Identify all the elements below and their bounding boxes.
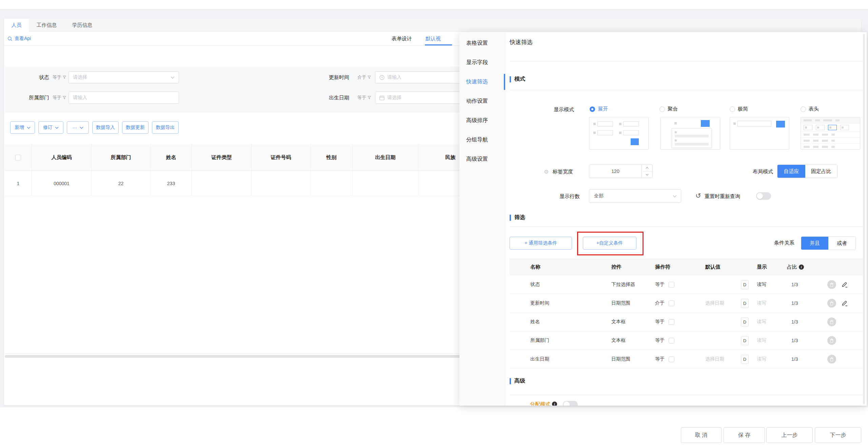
more-actions-button[interactable]: ···: [67, 121, 89, 134]
select-all-cell: [5, 144, 32, 171]
requery-toggle[interactable]: [756, 192, 771, 200]
default-d-button[interactable]: D: [741, 280, 749, 289]
section-advanced: 高级: [510, 377, 525, 385]
display-mode-value[interactable]: 读写: [755, 337, 785, 344]
delete-icon[interactable]: [827, 299, 836, 308]
revise-button[interactable]: 修订: [38, 121, 63, 134]
step-up-button[interactable]: [642, 165, 652, 172]
filter-field-department: 所属部门 等于 请输入: [5, 92, 179, 104]
department-input[interactable]: 请输入: [68, 92, 179, 104]
view-api-label: 查看Api: [15, 36, 31, 42]
filter-operator[interactable]: 等于: [53, 95, 67, 101]
chevron-down-icon: [171, 76, 175, 79]
mode-thumbnail-expand[interactable]: [589, 117, 649, 150]
cell: 233: [151, 171, 192, 196]
label-width-stepper[interactable]: 120: [589, 164, 653, 178]
display-mode-value[interactable]: 读写: [755, 281, 785, 288]
stepper-spinner: [642, 165, 652, 178]
menu-item-advanced-settings[interactable]: 高级设置: [459, 150, 505, 169]
filter-label: 出生日期: [305, 95, 349, 101]
data-export-button[interactable]: 数据导出: [152, 121, 179, 134]
radio-mode-expand[interactable]: 展开: [590, 106, 608, 112]
menu-item-quick-filter[interactable]: 快速筛选: [459, 72, 505, 92]
funnel-icon: [63, 76, 66, 79]
divider: [510, 61, 863, 61]
col-header: 人员编码: [32, 144, 92, 171]
display-mode-label: 显示模式: [554, 106, 574, 113]
chevron-down-icon: [80, 126, 83, 129]
info-icon[interactable]: i: [552, 402, 557, 406]
data-import-button[interactable]: 数据导入: [92, 121, 119, 134]
settings-drawer: 表格设置 显示字段 快速筛选 动作设置 高级排序 分组导航 高级设置 快速筛选 …: [459, 32, 867, 406]
row-count-select[interactable]: 全部: [589, 189, 681, 203]
next-step-button[interactable]: 下一步: [815, 427, 861, 443]
filter-operator[interactable]: 等于: [357, 95, 372, 101]
cell: [192, 171, 252, 196]
default-checkbox[interactable]: [669, 338, 674, 344]
view-api-link[interactable]: 查看Api: [7, 32, 31, 45]
edit-icon[interactable]: [842, 281, 848, 288]
layout-adaptive-option[interactable]: 自适应: [777, 165, 805, 178]
funnel-icon: [63, 96, 66, 99]
display-mode-value[interactable]: 读写: [755, 356, 785, 362]
delete-icon[interactable]: [827, 280, 836, 289]
mode-thumbnail-aggregate[interactable]: [660, 117, 720, 150]
add-custom-condition-button[interactable]: +自定义条件: [583, 237, 636, 250]
col-header: 性别: [311, 144, 353, 171]
col-header: 证件类型: [192, 144, 252, 171]
tab-default-view[interactable]: 默认视: [426, 32, 441, 45]
display-mode-value[interactable]: 读写: [755, 319, 785, 325]
filter-operator[interactable]: 等于: [53, 74, 67, 80]
assign-mode-toggle[interactable]: [563, 401, 578, 406]
status-select[interactable]: 请选择: [68, 71, 179, 83]
funnel-icon: [368, 96, 371, 99]
menu-item-group-nav[interactable]: 分组导航: [459, 130, 505, 150]
edit-icon[interactable]: [842, 300, 848, 306]
cell: 000001: [32, 171, 92, 196]
radio-mode-aggregate[interactable]: 聚合: [659, 106, 678, 112]
delete-icon[interactable]: [827, 355, 836, 364]
add-general-filter-button[interactable]: + 通用筛选条件: [510, 237, 572, 250]
menu-item-action-settings[interactable]: 动作设置: [459, 92, 505, 111]
default-d-button[interactable]: D: [741, 299, 749, 308]
save-button[interactable]: 保 存: [724, 427, 765, 443]
relation-and-option[interactable]: 并且: [801, 237, 828, 250]
info-icon[interactable]: i: [799, 265, 804, 270]
tab-education-info[interactable]: 学历信息: [64, 19, 100, 32]
relation-or-option[interactable]: 或者: [828, 237, 855, 250]
layout-mode-label: 布局模式: [739, 169, 773, 175]
tab-work-info[interactable]: 工作信息: [29, 19, 64, 32]
default-checkbox[interactable]: [669, 282, 674, 288]
default-checkbox[interactable]: [669, 356, 674, 362]
previous-step-button[interactable]: 上一步: [766, 427, 813, 443]
delete-icon[interactable]: [827, 336, 836, 345]
layout-fixed-option[interactable]: 固定占比: [805, 165, 837, 178]
menu-item-advanced-sort[interactable]: 高级排序: [459, 111, 505, 130]
add-button[interactable]: 新增: [10, 121, 35, 134]
default-checkbox[interactable]: [669, 319, 674, 325]
mode-thumbnail-minimal[interactable]: [730, 117, 789, 150]
default-d-button[interactable]: D: [741, 336, 749, 345]
default-d-button[interactable]: D: [741, 355, 749, 364]
col-header: 证件号码: [252, 144, 311, 171]
radio-mode-header[interactable]: 表头: [801, 106, 819, 112]
display-mode-value[interactable]: 读写: [755, 300, 785, 306]
divider: [510, 90, 863, 90]
filter-operator[interactable]: 介于: [357, 74, 372, 80]
select-all-checkbox[interactable]: [15, 155, 21, 160]
delete-icon[interactable]: [827, 317, 836, 326]
step-down-button[interactable]: [642, 172, 652, 178]
drawer-scrollbar[interactable]: [863, 34, 865, 404]
cell: [252, 171, 311, 196]
data-update-button[interactable]: 数据更新: [122, 121, 149, 134]
default-d-button[interactable]: D: [741, 317, 749, 327]
cancel-button[interactable]: 取 消: [681, 427, 722, 443]
radio-mode-minimal[interactable]: 极简: [730, 106, 748, 112]
menu-item-display-fields[interactable]: 显示字段: [459, 53, 505, 72]
mode-thumbnail-header[interactable]: [801, 117, 860, 150]
tab-form-design[interactable]: 表单设计: [392, 32, 412, 45]
menu-item-table-settings[interactable]: 表格设置: [459, 34, 505, 53]
default-checkbox[interactable]: [669, 300, 674, 306]
tab-personnel[interactable]: 人员: [4, 19, 29, 32]
col-header-default: 默认值: [704, 264, 739, 270]
